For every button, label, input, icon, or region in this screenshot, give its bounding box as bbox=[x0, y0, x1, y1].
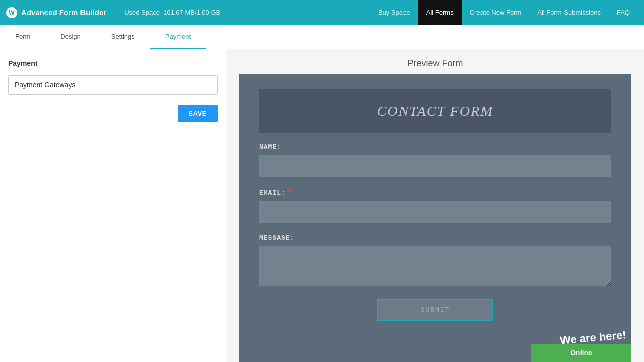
preview-title: Preview Form bbox=[226, 49, 644, 74]
used-space-label: Used Space bbox=[124, 9, 160, 16]
chat-online-status[interactable]: Online bbox=[531, 344, 631, 362]
submit-button[interactable]: SUBMIT bbox=[377, 299, 493, 321]
app-logo: W Advanced Form Builder bbox=[6, 7, 106, 18]
name-label-text: NAME: bbox=[259, 143, 281, 151]
email-input[interactable] bbox=[259, 201, 611, 223]
tab-settings[interactable]: Settings bbox=[96, 25, 150, 49]
used-space-value: 161.67 MB/1.00 GB bbox=[163, 9, 220, 16]
form-preview-container: CONTACT FORM NAME: EMAIL: * MES bbox=[239, 74, 631, 362]
left-panel: Payment SAVE bbox=[0, 49, 226, 362]
wp-icon: W bbox=[6, 7, 17, 18]
nav-buy-space[interactable]: Buy Space bbox=[370, 0, 418, 25]
nav-all-forms[interactable]: All Forms bbox=[418, 0, 462, 25]
field-label-email: EMAIL: * bbox=[259, 189, 611, 197]
payment-section-title: Payment bbox=[8, 59, 218, 67]
email-label-text: EMAIL: bbox=[259, 189, 286, 197]
sub-tabs: Form Design Settings Payment bbox=[0, 25, 644, 49]
tab-payment[interactable]: Payment bbox=[150, 25, 206, 49]
chat-widget: We are here! Online bbox=[531, 332, 631, 362]
field-label-name: NAME: bbox=[259, 143, 611, 151]
payment-gateways-input[interactable] bbox=[8, 75, 218, 95]
form-field-message: MESSAGE: bbox=[259, 234, 611, 288]
save-button[interactable]: SAVE bbox=[178, 105, 218, 122]
nav-all-form-submissions[interactable]: All Form Submissions bbox=[529, 0, 609, 25]
submit-row: SUBMIT bbox=[259, 299, 611, 321]
form-title: CONTACT FORM bbox=[269, 103, 601, 119]
name-input[interactable] bbox=[259, 155, 611, 177]
chat-bubble: We are here! bbox=[531, 332, 631, 344]
nav-faq[interactable]: FAQ bbox=[609, 0, 638, 25]
message-label-text: MESSAGE: bbox=[259, 234, 294, 242]
used-space: Used Space 161.67 MB/1.00 GB bbox=[116, 9, 228, 16]
tab-design[interactable]: Design bbox=[45, 25, 96, 49]
top-nav: W Advanced Form Builder Used Space 161.6… bbox=[0, 0, 644, 25]
right-panel: Preview Form CONTACT FORM NAME: EMAIL: * bbox=[226, 49, 644, 362]
main-layout: Payment SAVE Preview Form CONTACT FORM N… bbox=[0, 49, 644, 362]
app-title: Advanced Form Builder bbox=[21, 8, 106, 17]
message-textarea[interactable] bbox=[259, 246, 611, 286]
form-field-name: NAME: bbox=[259, 143, 611, 177]
tab-form[interactable]: Form bbox=[0, 25, 45, 49]
form-field-email: EMAIL: * bbox=[259, 189, 611, 223]
nav-create-new-form[interactable]: Create New Form bbox=[462, 0, 530, 25]
form-preview-header: CONTACT FORM bbox=[259, 89, 611, 133]
required-marker: * bbox=[288, 189, 292, 197]
save-btn-row: SAVE bbox=[8, 105, 218, 122]
top-nav-links: Buy Space All Forms Create New Form All … bbox=[370, 0, 638, 25]
field-label-message: MESSAGE: bbox=[259, 234, 611, 242]
